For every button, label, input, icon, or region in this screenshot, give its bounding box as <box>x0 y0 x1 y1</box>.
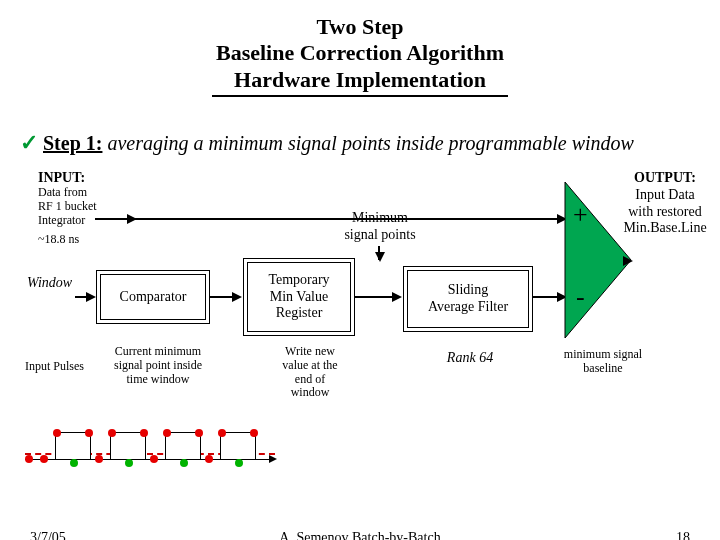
input-line-2: RF 1 bucket <box>38 200 97 214</box>
min-signal-label: Minimum signal points <box>330 210 430 244</box>
temp-reg-line1: Temporary <box>268 272 329 289</box>
red-dot <box>140 429 148 437</box>
baseline-line1: minimum signal <box>564 347 642 361</box>
input-heading: INPUT: <box>38 170 97 186</box>
title-line1: Two Step <box>317 14 404 39</box>
comparator-text: Comparator <box>120 289 187 306</box>
red-dot <box>95 455 103 463</box>
output-block: OUTPUT: Input Data with restored Min.Bas… <box>615 170 715 237</box>
arrow-tempreg-sliding <box>355 296 400 298</box>
temp-reg-line2: Min Value <box>270 289 328 306</box>
red-dot <box>163 429 171 437</box>
current-min-line1: Current minimum <box>115 344 201 358</box>
input-line-1: Data from <box>38 186 97 200</box>
input-block: INPUT: Data from RF 1 bucket Integrator … <box>38 170 97 247</box>
write-new-line3: end of <box>295 372 325 386</box>
green-dot <box>235 459 243 467</box>
current-min-line2: signal point inside <box>114 358 202 372</box>
write-new-line1: Write new <box>285 344 335 358</box>
red-dot <box>218 429 226 437</box>
green-dot <box>125 459 133 467</box>
footer-title: A. Semenov Batch-by-Batch Intensity Moni… <box>0 530 720 540</box>
input-line-3: Integrator <box>38 214 97 228</box>
footer-title-line1: A. Semenov Batch-by-Batch <box>279 530 440 540</box>
write-new-label: Write new value at the end of window <box>270 345 350 400</box>
pulse-sketch <box>25 415 275 475</box>
input-pulses-label: Input Pulses <box>25 360 84 374</box>
write-new-line4: window <box>291 385 330 399</box>
arrow-sliding-adder <box>533 296 565 298</box>
red-dot <box>53 429 61 437</box>
check-icon: ✓ <box>20 130 38 155</box>
adder-minus-label: - <box>576 282 585 312</box>
temp-reg-block: Temporary Min Value Register <box>247 262 351 332</box>
arrow-min-signal-down <box>378 246 380 260</box>
title-line2: Baseline Correction Algorithm <box>216 40 504 65</box>
footer-page: 18 <box>676 530 690 540</box>
red-dot <box>108 429 116 437</box>
output-line2: with restored <box>628 204 701 219</box>
baseline-line2: baseline <box>583 361 622 375</box>
current-min-line3: time window <box>127 372 190 386</box>
write-new-line2: value at the <box>282 358 337 372</box>
red-dot <box>25 455 33 463</box>
sliding-block: Sliding Average Filter <box>407 270 529 328</box>
red-dot <box>250 429 258 437</box>
arrow-window-comparator <box>75 296 94 298</box>
min-signal-line2: signal points <box>344 227 415 242</box>
output-line1: Input Data <box>635 187 694 202</box>
red-dot <box>195 429 203 437</box>
red-dot <box>85 429 93 437</box>
sliding-line1: Sliding <box>448 282 488 299</box>
step-label: Step 1: <box>43 132 102 154</box>
title-line3: Hardware Implementation <box>234 67 486 92</box>
window-label: Window <box>27 275 72 292</box>
adder-plus-label: + <box>573 200 588 230</box>
arrow-comparator-tempreg <box>210 296 240 298</box>
step-heading: ✓ Step 1: averaging a minimum signal poi… <box>20 130 634 156</box>
baseline-label: minimum signal baseline <box>553 348 653 376</box>
green-dot <box>180 459 188 467</box>
comparator-block: Comparator <box>100 274 206 320</box>
rank-label: Rank 64 <box>430 350 510 367</box>
red-dot <box>150 455 158 463</box>
output-heading: OUTPUT: <box>634 170 696 185</box>
output-line3: Min.Base.Line <box>623 220 706 235</box>
green-dot <box>70 459 78 467</box>
page-title: Two Step Baseline Correction Algorithm H… <box>0 0 720 97</box>
step-description: averaging a minimum signal points inside… <box>107 132 633 154</box>
red-dot <box>40 455 48 463</box>
current-min-label: Current minimum signal point inside time… <box>103 345 213 386</box>
red-dot <box>205 455 213 463</box>
arrow-input-adder <box>100 218 565 220</box>
input-period: ~18.8 ns <box>38 233 97 247</box>
temp-reg-line3: Register <box>276 305 323 322</box>
sliding-line2: Average Filter <box>428 299 508 316</box>
